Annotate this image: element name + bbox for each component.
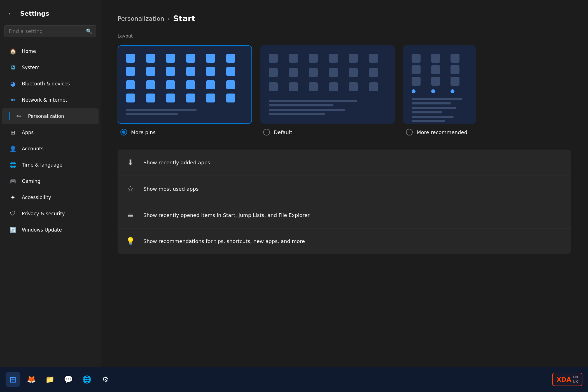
taskbar: ⊞ 🦊 📁 💬 🌐 ⚙ XDA (0, 367, 588, 392)
taskbar-discord[interactable]: 💬 (61, 372, 76, 387)
sidebar-nav: 🏠 Home 🖥 System ◕ Bluetooth & devices ≈ … (0, 43, 101, 238)
sidebar-label-bluetooth: Bluetooth & devices (22, 81, 70, 87)
taskbar-start[interactable]: ⊞ (6, 372, 20, 387)
sidebar-item-system[interactable]: 🖥 System (2, 60, 99, 75)
pin-dot (226, 54, 235, 63)
back-icon: ← (8, 10, 13, 17)
radio-label-more-recommended: More recommended (417, 129, 467, 135)
pin-dot-dim (309, 68, 318, 77)
pins-grid-partial (412, 54, 468, 93)
pin-dot (226, 80, 235, 89)
sidebar-label-time: Time & language (22, 162, 62, 168)
rec-line (126, 109, 197, 111)
pin-dot (166, 54, 175, 63)
rec-line (412, 107, 456, 109)
sidebar-label-system: System (22, 65, 39, 70)
sidebar-item-time[interactable]: 🌐 Time & language (2, 157, 99, 173)
home-icon: 🏠 (9, 47, 17, 55)
layout-option-more-pins[interactable]: More pins (118, 45, 252, 136)
search-input[interactable] (9, 28, 83, 34)
sidebar-item-bluetooth[interactable]: ◕ Bluetooth & devices (2, 76, 99, 92)
search-box[interactable]: 🔍 (4, 25, 96, 37)
xda-badge: XDA EN UK (552, 373, 582, 386)
pin-dot (206, 80, 215, 89)
sidebar: ← Settings 🔍 🏠 Home 🖥 Syst (0, 0, 101, 367)
pin-dot-dim (349, 82, 358, 91)
taskbar-settings[interactable]: ⚙ (98, 372, 113, 387)
recently-added-icon: ⬇ (125, 158, 136, 167)
radio-more-pins[interactable]: More pins (118, 129, 252, 136)
pin-dot (206, 67, 215, 76)
rec-lines-more (126, 109, 244, 115)
rec-line (412, 111, 442, 113)
setting-row-recently-added[interactable]: ⬇ Show recently added apps (118, 150, 571, 176)
pin-dot (226, 67, 235, 76)
setting-row-most-used[interactable]: ☆ Show most used apps (118, 176, 571, 202)
layout-card-more-pins[interactable] (118, 45, 252, 124)
taskbar-explorer[interactable]: 📁 (43, 372, 57, 387)
rec-lines-default (269, 100, 386, 115)
radio-more-recommended[interactable]: More recommended (403, 129, 476, 136)
rec-line (269, 113, 325, 115)
start-icon: ⊞ (9, 375, 16, 384)
sidebar-item-gaming[interactable]: 🎮 Gaming (2, 173, 99, 189)
layout-option-more-recommended[interactable]: More recommended (403, 45, 476, 136)
pin-dot-dim (431, 77, 440, 86)
layout-card-more-recommended[interactable] (403, 45, 476, 124)
layout-cards: More pins (118, 45, 571, 136)
pin-dot-dim (289, 68, 298, 77)
pin-dot (126, 94, 135, 102)
radio-circle-default (263, 129, 270, 136)
layout-card-default[interactable] (260, 45, 395, 124)
system-icon: 🖥 (9, 64, 17, 71)
pin-dot (126, 54, 135, 63)
pin-dot-dim (412, 77, 421, 86)
sidebar-label-gaming: Gaming (22, 178, 40, 184)
pin-dot-dim (412, 54, 421, 63)
xda-sub: EN UK (573, 375, 578, 384)
sidebar-item-accounts[interactable]: 👤 Accounts (2, 141, 99, 157)
rec-line (412, 120, 445, 122)
sidebar-item-accessibility[interactable]: ✦ Accessibility (2, 190, 99, 205)
sidebar-item-personalization[interactable]: ✏ Personalization (2, 108, 99, 124)
small-dot (412, 89, 416, 93)
pin-dot (206, 94, 215, 102)
pin-dot-dim (289, 54, 298, 63)
sidebar-item-privacy[interactable]: 🛡 Privacy & security (2, 206, 99, 221)
content-area: ← Settings 🔍 🏠 Home 🖥 Syst (0, 0, 588, 367)
taskbar-left: ⊞ 🦊 📁 💬 🌐 ⚙ (6, 372, 113, 387)
setting-row-recommendations[interactable]: 💡 Show recommendations for tips, shortcu… (118, 228, 571, 254)
breadcrumb-chevron: › (168, 16, 170, 22)
recommendations-icon: 💡 (125, 237, 136, 245)
radio-default[interactable]: Default (260, 129, 395, 136)
breadcrumb: Personalization › Start (118, 14, 571, 23)
sidebar-item-network[interactable]: ≈ Network & internet (2, 92, 99, 108)
card-inner-more-recommended (404, 46, 475, 123)
back-button[interactable]: ← (6, 8, 16, 18)
settings-icon: ⚙ (102, 375, 108, 384)
card-inner-default (261, 46, 394, 123)
sidebar-item-home[interactable]: 🏠 Home (2, 43, 99, 59)
rec-line (412, 98, 462, 100)
taskbar-foxpro[interactable]: 🦊 (24, 372, 39, 387)
setting-label-recently-opened: Show recently opened items in Start, Jum… (143, 212, 563, 218)
sidebar-item-update[interactable]: 🔄 Windows Update (2, 222, 99, 238)
pin-dot (146, 54, 155, 63)
personalization-icon: ✏ (15, 112, 23, 120)
rec-line (269, 104, 333, 106)
pin-dot-dim (269, 68, 278, 77)
app-container: ← Settings 🔍 🏠 Home 🖥 Syst (0, 0, 588, 392)
update-icon: 🔄 (9, 226, 17, 234)
sidebar-header: ← Settings (0, 6, 101, 25)
layout-option-default[interactable]: Default (260, 45, 395, 136)
setting-row-recently-opened[interactable]: ≡ Show recently opened items in Start, J… (118, 202, 571, 228)
pin-dot (126, 67, 135, 76)
rec-line (412, 116, 454, 118)
rec-lines-partial (412, 98, 468, 122)
taskbar-chrome[interactable]: 🌐 (80, 372, 94, 387)
privacy-icon: 🛡 (9, 210, 17, 218)
sidebar-item-apps[interactable]: ⊞ Apps (2, 125, 99, 140)
small-dot (431, 89, 435, 93)
pin-dot (186, 67, 195, 76)
pin-dot-dim (369, 54, 378, 63)
